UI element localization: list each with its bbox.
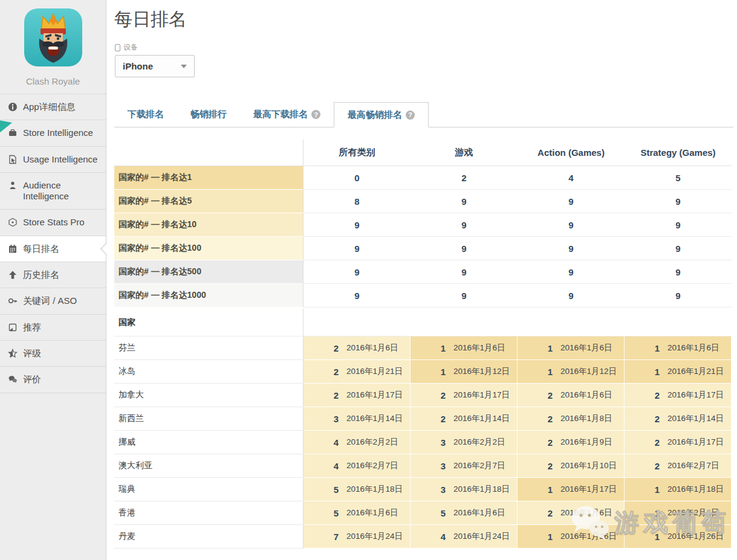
sidebar-item-featured[interactable]: 推荐 [0,315,106,341]
info-icon [8,102,18,112]
app-header: Clash Royale [0,0,106,94]
help-icon[interactable]: ? [311,110,320,119]
rank-cell: 12016年1月26日 [518,525,625,549]
rank-value: 2 [420,414,446,424]
rank-value: 5 [313,508,339,518]
country-section-rest [304,309,732,336]
sidebar-item-app-details[interactable]: App详细信息 [0,94,106,120]
rank-date: 2016年1月6日 [560,390,612,401]
summary-value: 9 [518,284,625,307]
tab-best-revenue-ranks[interactable]: 最高畅销排名 ? [334,102,429,127]
sidebar-item-rank-history[interactable]: 历史排名 [0,262,106,288]
rank-cell: 42016年1月24日 [411,525,518,549]
rank-date: 2016年1月8日 [560,413,612,424]
sidebar-item-ratings[interactable]: 评级 [0,341,106,367]
rank-date: 2016年1月6日 [453,343,505,353]
summary-row: 国家的# — 排名达10 9 9 9 9 [114,213,732,237]
country-name: 冰岛 [114,360,304,384]
rank-value: 3 [420,461,446,471]
rank-value: 1 [634,367,660,377]
sidebar-item-label: Usage Intelligence [23,154,97,165]
summary-value: 9 [518,260,625,284]
sidebar-item-store-intelligence[interactable]: Store Intelligence [0,120,106,146]
rank-value: 1 [420,367,446,377]
sidebar-item-label: 关键词 / ASO [23,295,77,306]
rank-cell: 12016年1月6日 [518,336,625,360]
rank-date: 2016年1月21日 [667,366,724,377]
rank-date: 2016年2月2日 [453,437,505,448]
rank-date: 2016年1月21日 [346,366,403,377]
rank-value: 2 [313,343,339,353]
ranks-table: 所有类别 游戏 Action (Games) Strategy (Games) … [114,140,732,549]
rank-date: 2016年1月6日 [453,507,505,518]
rank-cell: 22016年1月17日 [304,384,411,407]
rank-value: 4 [313,437,339,448]
summary-row-label: 国家的# — 排名达500 [114,260,304,284]
sidebar-item-reviews[interactable]: 评价 [0,367,106,393]
rank-date: 2016年2月7日 [453,460,505,471]
sidebar-item-label: 评价 [23,374,41,385]
summary-row-label: 国家的# — 排名达100 [114,237,304,260]
table-row: 冰岛 22016年1月21日 12016年1月12日 12016年1月12日 1… [114,360,732,384]
summary-value: 8 [304,190,411,213]
tab-best-download-ranks[interactable]: 最高下载排名 ? [240,102,334,127]
rank-value: 7 [313,532,339,542]
app-name: Clash Royale [0,76,106,86]
bookmark-icon [8,323,18,332]
rank-value: 2 [527,437,553,448]
summary-value: 4 [518,166,625,190]
summary-value: 9 [625,213,732,237]
summary-row: 国家的# — 排名达500 9 9 9 9 [114,260,732,284]
sidebar-item-daily-ranks[interactable]: 每日排名 [0,236,106,262]
country-section-label: 国家 [114,309,304,336]
summary-value: 9 [518,190,625,213]
table-row: 加拿大 22016年1月17日 22016年1月17日 22016年1月6日 2… [114,384,732,407]
rank-value: 2 [634,390,660,401]
summary-row: 国家的# — 排名达100 9 9 9 9 [114,237,732,260]
table-row: 丹麦 72016年1月24日 42016年1月24日 12016年1月26日 1… [114,525,732,549]
sidebar-item-label: 评级 [23,348,41,359]
rank-date: 2016年1月14日 [346,413,403,424]
rank-value: 4 [420,532,446,542]
column-header: Action (Games) [518,140,625,166]
rank-date: 2016年1月24日 [453,531,510,542]
country-name: 芬兰 [114,336,304,360]
device-icon [115,44,120,51]
country-name: 新西兰 [114,407,304,431]
summary-value: 9 [304,237,411,260]
sidebar-item-store-stats-pro[interactable]: Store Stats Pro [0,210,106,236]
rank-date: 2016年2月7日 [667,460,719,471]
rank-value: 3 [313,414,339,424]
table-row: 芬兰 22016年1月6日 12016年1月6日 12016年1月6日 1201… [114,336,732,360]
summary-value: 9 [625,190,732,213]
tab-revenue-ranks[interactable]: 畅销排行 [177,102,240,127]
rank-value: 2 [634,414,660,424]
help-icon[interactable]: ? [406,111,415,120]
rank-value: 2 [634,461,660,471]
rank-value: 1 [634,484,660,495]
clash-royale-app-icon [24,8,82,66]
rank-cell: 22016年1月17日 [625,384,732,407]
rank-date: 2016年1月17日 [453,390,510,401]
rank-cell: 52016年1月18日 [304,478,411,501]
sidebar-item-audience-intelligence[interactable]: Audience Intelligence [0,173,106,210]
rank-date: 2016年1月6日 [667,343,719,353]
rank-date: 2016年1月10日 [560,460,617,471]
table-row: 挪威 42016年2月2日 32016年2月2日 22016年1月9日 2201… [114,431,732,454]
tab-label: 畅销排行 [190,109,227,120]
summary-row: 国家的# — 排名达5 8 9 9 9 [114,190,732,213]
rank-cell: 52016年1月6日 [304,501,411,525]
sidebar-item-label: Audience Intelligence [23,180,101,202]
device-select[interactable]: iPhone [115,55,195,77]
country-name: 澳大利亚 [114,454,304,478]
tab-download-ranks[interactable]: 下载排名 [114,102,177,127]
rank-date: 2016年2月1日 [667,507,719,518]
summary-value: 9 [518,237,625,260]
rank-cell: 42016年2月7日 [304,454,411,478]
rank-value: 1 [527,367,553,377]
sidebar-item-keywords-aso[interactable]: 关键词 / ASO [0,288,106,314]
rank-cell: 12016年1月21日 [625,360,732,384]
sidebar-item-usage-intelligence[interactable]: Usage Intelligence [0,147,106,173]
rank-date: 2016年1月24日 [346,531,403,542]
rank-date: 2016年2月7日 [346,460,398,471]
